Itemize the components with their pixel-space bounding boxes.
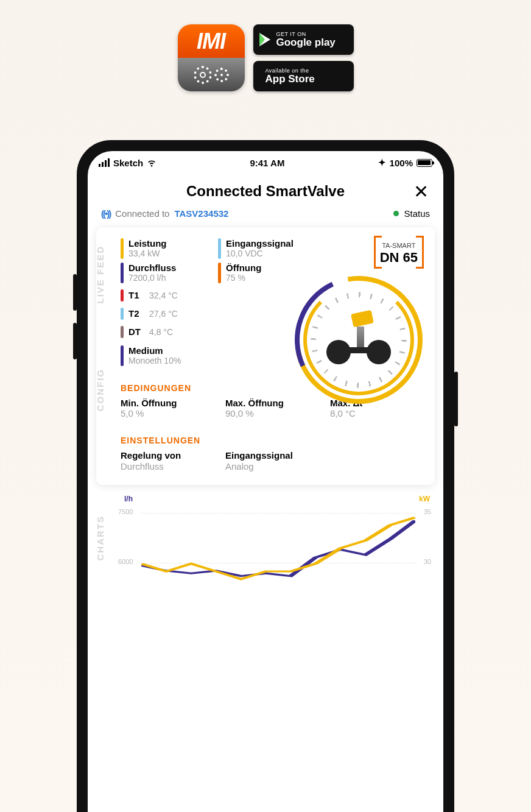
title-bar: Connected SmartValve ✕ xyxy=(88,174,443,208)
close-button[interactable]: ✕ xyxy=(413,181,429,202)
live-config-panel: LIVE FEED CONFIG TA-SMART DN 65 Leistung… xyxy=(96,227,435,485)
section-label-live: LIVE FEED xyxy=(95,245,105,304)
power-button xyxy=(454,372,458,426)
page-title: Connected SmartValve xyxy=(186,183,345,200)
config-settings-heading: EINSTELLUNGEN xyxy=(121,436,424,445)
bluetooth-icon: ✦ xyxy=(378,157,386,168)
clock: 9:41 AM xyxy=(250,158,284,168)
app-store-badge[interactable]: Available on the App Store xyxy=(253,61,354,91)
product-line: TA-SMART xyxy=(382,242,415,249)
color-bar xyxy=(218,263,221,283)
section-label-config: CONFIG xyxy=(95,369,105,411)
connection-row: ((•)) Connected to TASV234532 Status xyxy=(88,208,443,222)
color-bar xyxy=(121,289,124,302)
google-big: Google play xyxy=(276,37,336,48)
ytick: 30 xyxy=(424,558,431,565)
app-badge-row: IMI GET IT ON Google play Available on t… xyxy=(0,24,531,91)
cfg-inputsig: Eingangssignal Analog xyxy=(225,450,319,471)
y-right-label: kW xyxy=(419,495,430,503)
google-play-badge[interactable]: GET IT ON Google play xyxy=(253,24,354,55)
cfg-control: Regelung von Durchfluss xyxy=(121,450,214,471)
status-dot-icon xyxy=(393,211,399,216)
metric-input: Eingangssignal 10,0 VDC xyxy=(218,238,315,259)
play-icon xyxy=(259,33,270,46)
apple-big: App Store xyxy=(266,73,315,85)
signal-icon xyxy=(99,158,110,167)
y-left-label: l/h xyxy=(124,495,133,503)
section-label-charts: CHARTS xyxy=(95,515,105,561)
color-bar xyxy=(121,263,124,283)
carrier-label: Sketch xyxy=(113,158,143,168)
gear-icon xyxy=(194,66,212,84)
metric-power: Leistung 33,4 kW xyxy=(121,238,212,259)
product-size: DN 65 xyxy=(380,250,418,265)
valve-dial xyxy=(295,276,423,404)
color-bar xyxy=(218,238,221,259)
status-label: Status xyxy=(404,208,430,219)
color-bar xyxy=(121,326,124,338)
flow-power-chart: l/h kW 7500 6000 35 30 xyxy=(118,497,431,595)
color-bar xyxy=(121,238,124,259)
product-badge: TA-SMART DN 65 xyxy=(374,236,424,269)
battery-icon xyxy=(417,159,432,167)
color-bar xyxy=(121,308,124,320)
status-bar: Sketch 9:41 AM ✦ 100% xyxy=(88,151,443,174)
ytick: 35 xyxy=(424,508,431,515)
chart-lines xyxy=(141,502,415,595)
ytick: 6000 xyxy=(118,558,133,565)
phone-frame: Sketch 9:41 AM ✦ 100% Connected SmartVal… xyxy=(77,140,454,812)
wifi-icon xyxy=(147,158,156,168)
valve-illustration xyxy=(324,305,393,375)
ytick: 7500 xyxy=(118,508,133,515)
cfg-min-opening: Min. Öffnung 5,0 % xyxy=(121,398,214,418)
phone-screen: Sketch 9:41 AM ✦ 100% Connected SmartVal… xyxy=(88,151,443,812)
broadcast-icon: ((•)) xyxy=(101,208,110,219)
charts-section: CHARTS l/h kW 7500 6000 35 30 xyxy=(96,497,435,595)
device-id[interactable]: TASV234532 xyxy=(174,208,228,219)
battery-pct: 100% xyxy=(390,158,413,168)
gear-icon xyxy=(214,68,229,82)
connected-label: Connected to xyxy=(115,208,169,219)
metric-flow: Durchfluss 7200,0 l/h xyxy=(121,263,212,283)
imi-app-icon: IMI xyxy=(178,24,245,91)
imi-label: IMI xyxy=(197,29,225,54)
color-bar xyxy=(121,345,124,366)
